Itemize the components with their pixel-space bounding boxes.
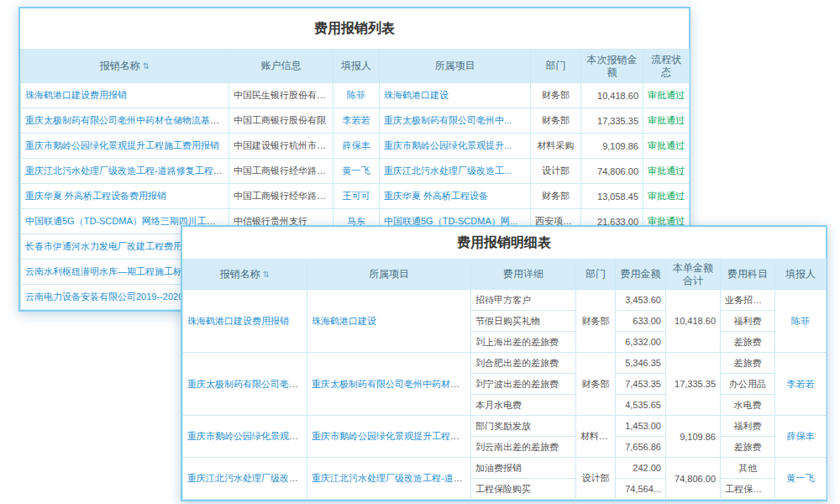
project-link[interactable]: 珠海鹤港口建设 <box>384 90 449 100</box>
filler-link[interactable]: 李若若 <box>787 379 815 389</box>
cell-project: 珠海鹤港口建设 <box>380 83 531 108</box>
cell-expense-detail: 招待甲方客户 <box>471 290 576 311</box>
cell-project: 重庆市鹅岭公园绿化景观提升工程施工 <box>307 416 471 458</box>
cell-department: 设计部 <box>531 159 581 184</box>
cell-amount: 4,535.65 <box>616 395 666 416</box>
detail-table-row: 重庆市鹅岭公园绿化景观提升工程...重庆市鹅岭公园绿化景观提升工程施工部门奖励发… <box>183 416 827 437</box>
cell-status: 审批通过 <box>643 134 690 159</box>
status-link[interactable]: 审批通过 <box>648 165 685 176</box>
cell-subject: 福利费 <box>721 311 775 332</box>
project-link[interactable]: 重庆华夏 外高桥工程设备 <box>384 191 488 201</box>
cell-project: 珠海鹤港口建设 <box>307 290 471 353</box>
reimbursement-name-link[interactable]: 珠海鹤港口建设费用报销 <box>187 316 289 326</box>
cell-account-info: 中国工商银行股份有限 <box>229 108 333 134</box>
cell-reimbursement-name: 重庆华夏 外高桥工程设备费用报销 <box>21 184 229 209</box>
cell-department: 财务部 <box>531 184 581 209</box>
status-link[interactable]: 审批通过 <box>648 115 685 125</box>
status-link[interactable]: 审批通过 <box>648 191 685 201</box>
list-table-row: 重庆江北污水处理厂级改造工程-道路修复工程费用...中国工商银行经华路支行黄一飞… <box>21 159 690 184</box>
reimbursement-name-link[interactable]: 珠海鹤港口建设费用报销 <box>25 90 127 100</box>
column-header-filler: 填报人 <box>333 50 380 83</box>
cell-reimbursement-name: 重庆江北污水处理厂级改造工程-... <box>183 458 307 500</box>
column-header-account: 账户信息 <box>229 50 333 83</box>
project-link[interactable]: 重庆太极制药有限公司亳州中... <box>384 115 512 125</box>
project-link[interactable]: 重庆市鹅岭公园绿化景观提升... <box>384 140 512 150</box>
cell-expense-detail: 工程保险购买 <box>471 479 576 500</box>
filler-link[interactable]: 黄一飞 <box>787 473 815 483</box>
cell-amount: 10,418.60 <box>581 83 643 108</box>
cell-amount: 9,109.86 <box>581 134 643 159</box>
page: 费用报销列表 报销名称⇅账户信息填报人所属项目部门本次报销金额流程状态 珠海鹤港… <box>0 0 840 504</box>
cell-filler: 薛保丰 <box>775 416 827 458</box>
filler-link[interactable]: 李若若 <box>343 115 370 125</box>
cell-project: 重庆华夏 外高桥工程设备 <box>380 184 531 209</box>
cell-total: 17,335.35 <box>666 353 721 416</box>
cell-account-info: 中国工商银行经华路支行 <box>229 184 333 209</box>
sort-icon[interactable]: ⇅ <box>143 61 150 71</box>
reimbursement-name-link[interactable]: 重庆华夏 外高桥工程设备费用报销 <box>25 191 166 201</box>
project-link[interactable]: 重庆江北污水处理厂级改造工程-道路修复工... <box>312 473 471 483</box>
column-label: 填报人 <box>341 60 371 71</box>
detail-table-row: 重庆江北污水处理厂级改造工程-...重庆江北污水处理厂级改造工程-道路修复工..… <box>183 458 827 479</box>
project-link[interactable]: 重庆市鹅岭公园绿化景观提升工程施工 <box>312 431 469 441</box>
cell-subject: 福利费 <box>721 416 775 437</box>
cell-project: 重庆市鹅岭公园绿化景观提升... <box>380 134 531 159</box>
filler-link[interactable]: 薛保丰 <box>343 140 370 150</box>
cell-total: 9,109.86 <box>666 416 721 458</box>
reimbursement-name-link[interactable]: 重庆市鹅岭公园绿化景观提升工程... <box>187 431 307 441</box>
filler-link[interactable]: 王可可 <box>343 191 370 201</box>
reimbursement-name-link[interactable]: 重庆江北污水处理厂级改造工程-道路修复工程费用... <box>25 165 229 176</box>
column-label: 部门 <box>546 60 566 71</box>
column-header-amount: 本次报销金额 <box>581 50 643 83</box>
column-label: 填报人 <box>785 268 816 280</box>
cell-subject: 办公用品 <box>721 374 775 395</box>
cell-filler: 黄一飞 <box>333 159 380 184</box>
reimbursement-name-link[interactable]: 重庆太极制药有限公司亳州中药材仓储物流基地项... <box>25 115 229 125</box>
sort-icon[interactable]: ⇅ <box>263 270 270 279</box>
column-label: 费用金额 <box>621 268 661 280</box>
cell-expense-detail: 到合肥出差的差旅费 <box>471 353 576 374</box>
cell-amount: 74,806.00 <box>581 159 643 184</box>
cell-project: 重庆太极制药有限公司亳州中药材仓储物流... <box>307 353 471 416</box>
cell-filler: 黄一飞 <box>775 458 827 500</box>
column-header-detail: 费用详细 <box>471 260 576 290</box>
cell-status: 审批通过 <box>643 159 690 184</box>
column-label: 所属项目 <box>369 268 409 280</box>
cell-department: 材料采购 <box>531 134 581 159</box>
status-link[interactable]: 审批通过 <box>648 140 685 150</box>
cell-expense-detail: 加油费报销 <box>471 458 576 479</box>
cell-project: 重庆江北污水处理厂级改造工程-道路修复工... <box>307 458 471 500</box>
list-table-row: 重庆太极制药有限公司亳州中药材仓储物流基地项...中国工商银行股份有限李若若重庆… <box>21 108 690 134</box>
reimbursement-name-link[interactable]: 重庆江北污水处理厂级改造工程-... <box>187 473 307 483</box>
column-label: 部门 <box>585 268 606 280</box>
filler-link[interactable]: 薛保丰 <box>787 431 815 441</box>
list-table-title: 费用报销列表 <box>20 8 689 49</box>
cell-amount: 74,564... <box>616 479 666 500</box>
filler-link[interactable]: 陈菲 <box>791 316 810 326</box>
status-link[interactable]: 审批通过 <box>648 90 685 100</box>
reimbursement-name-link[interactable]: 长春市伊通河水力发电厂改建工程费用报销 <box>25 241 201 251</box>
filler-link[interactable]: 黄一飞 <box>343 165 370 176</box>
cell-subject: 差旅费 <box>721 437 775 458</box>
project-link[interactable]: 珠海鹤港口建设 <box>312 316 376 326</box>
detail-table-title: 费用报销明细表 <box>182 227 826 259</box>
column-header-name: 报销名称⇅ <box>183 260 307 290</box>
cell-amount: 3,453.60 <box>616 290 666 311</box>
project-link[interactable]: 重庆太极制药有限公司亳州中药材仓储物流... <box>312 379 471 389</box>
reimbursement-name-link[interactable]: 重庆市鹅岭公园绿化景观提升工程施工费用报销 <box>25 140 219 150</box>
column-header-project: 所属项目 <box>380 50 531 83</box>
column-header-subject: 费用科目 <box>721 260 775 290</box>
cell-department: 财务部 <box>576 290 616 353</box>
column-header-dept: 部门 <box>531 50 581 83</box>
column-header-filler: 填报人 <box>775 260 827 290</box>
filler-link[interactable]: 陈菲 <box>347 90 365 100</box>
cell-reimbursement-name: 重庆太极制药有限公司亳州中药... <box>183 353 307 416</box>
cell-total: 74,806.00 <box>666 458 721 500</box>
reimbursement-name-link[interactable]: 重庆太极制药有限公司亳州中药... <box>187 379 307 389</box>
reimbursement-name-link[interactable]: 云南水利枢纽潜明水库—期工程施工标段... <box>25 266 199 276</box>
column-label: 本单金额合计 <box>673 262 713 286</box>
cell-expense-detail: 到上海出差的差旅费 <box>471 332 576 353</box>
project-link[interactable]: 重庆江北污水处理厂级改造工... <box>384 165 512 176</box>
column-header-dept: 部门 <box>576 260 616 290</box>
cell-project: 重庆江北污水处理厂级改造工... <box>380 159 531 184</box>
